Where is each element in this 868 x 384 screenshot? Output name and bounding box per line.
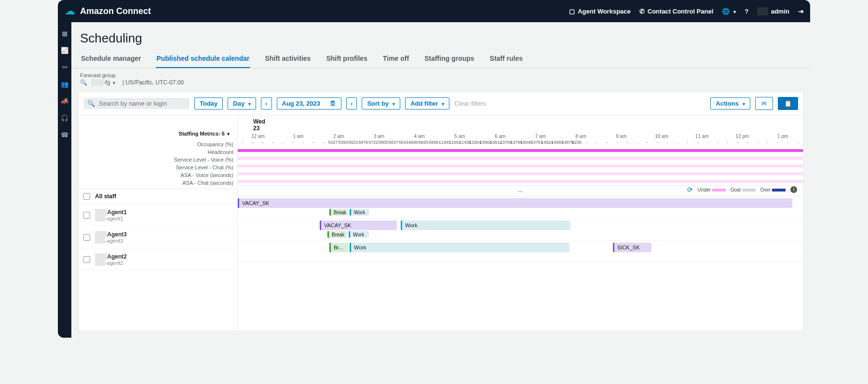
redacted — [95, 231, 107, 238]
schedule-block-work[interactable]: Work — [350, 209, 369, 216]
schedule-block-break[interactable]: Br... — [329, 243, 349, 252]
refresh-button[interactable]: ⟳ — [687, 186, 693, 193]
tab-published-schedule-calendar[interactable]: Published schedule calendar — [156, 50, 251, 68]
language-menu[interactable]: 🌐 — [722, 8, 736, 15]
hour-label: 8 am — [561, 134, 601, 139]
phone-icon: ✆ — [639, 8, 645, 15]
tab-shift-activities[interactable]: Shift activities — [264, 50, 312, 68]
metric-label: Headcount — [79, 148, 233, 156]
agent-login: -agent1 — [105, 216, 123, 221]
all-staff-checkbox[interactable] — [83, 193, 90, 200]
forecast-group-label: Forecast group — [80, 72, 116, 78]
schedule-block-sick[interactable]: SICK_SK — [613, 243, 651, 252]
schedule-block-work[interactable]: Work — [350, 243, 570, 252]
tab-bar: Schedule managerPublished schedule calen… — [71, 50, 810, 69]
timezone-label: | US/Pacific, UTC-07:00 — [122, 79, 184, 86]
add-filter-button[interactable]: Add filter — [405, 97, 449, 110]
next-day-button[interactable]: › — [346, 97, 357, 110]
tab-staff-rules[interactable]: Staff rules — [489, 50, 524, 68]
legend-over: Over — [760, 187, 771, 192]
agent-row[interactable]: Agent3 -agent3 — [79, 226, 237, 248]
phone-nav-icon[interactable]: ☎ — [61, 131, 68, 138]
tab-time-off[interactable]: Time off — [382, 50, 410, 68]
user-menu[interactable]: admin — [757, 7, 789, 15]
logout-button[interactable]: ⇥ — [798, 8, 803, 15]
date-picker[interactable]: Aug 23, 2023🗓 — [277, 97, 342, 110]
agent-login: -agent2 — [105, 260, 123, 266]
agent-row[interactable]: Agent1 -agent1 — [79, 204, 237, 226]
info-icon[interactable]: i — [790, 186, 797, 193]
hour-label: 9 am — [601, 134, 641, 139]
today-button[interactable]: Today — [194, 97, 223, 110]
schedule-block-break[interactable]: Break — [329, 209, 348, 216]
forecast-group-select[interactable]: -fg — [91, 79, 115, 86]
search-input-wrap[interactable]: 🔍 — [83, 98, 190, 109]
search-icon[interactable]: 🔍 — [80, 79, 87, 86]
top-bar: ☁ Amazon Connect ▢ Agent Workspace ✆ Con… — [58, 0, 810, 22]
dashboard-icon[interactable]: ▦ — [62, 30, 68, 37]
schedule-block-break[interactable]: Break — [327, 231, 347, 238]
metric-label: Occupancy (%) — [79, 140, 233, 148]
agent-checkbox[interactable] — [83, 234, 90, 241]
schedule-block-vac[interactable]: VACAY_SK — [238, 198, 792, 208]
redacted — [95, 216, 105, 221]
day-name: Wed — [253, 118, 265, 125]
staffing-metrics-toggle[interactable]: Staffing Metrics: 6 — [179, 131, 230, 137]
headset-icon[interactable]: 🎧 — [61, 114, 68, 122]
all-staff-label: All staff — [95, 193, 116, 200]
hour-label: 7 am — [520, 134, 561, 139]
agent-track: Br...WorkSICK_SK — [238, 241, 803, 263]
chevron-down-icon — [112, 79, 115, 86]
page-title: Scheduling — [71, 22, 810, 50]
analytics-icon[interactable]: 📈 — [61, 47, 68, 54]
help-button[interactable]: ? — [745, 8, 748, 15]
agent-workspace-link[interactable]: ▢ Agent Workspace — [569, 8, 631, 15]
globe-icon: 🌐 — [722, 8, 730, 15]
redacted — [95, 238, 105, 244]
day-number: 23 — [253, 125, 259, 132]
window-icon: ▢ — [569, 8, 575, 15]
brand-name: Amazon Connect — [80, 6, 151, 16]
tab-staffing-groups[interactable]: Staffing groups — [423, 50, 475, 68]
tab-shift-profiles[interactable]: Shift profiles — [325, 50, 368, 68]
prev-day-button[interactable]: ‹ — [261, 97, 271, 110]
hour-label: 1 pm — [762, 134, 803, 139]
tab-schedule-manager[interactable]: Schedule manager — [80, 50, 142, 68]
chevron-down-icon — [742, 100, 745, 107]
schedule-block-work[interactable]: Work — [401, 220, 570, 230]
metric-label: ASA - Voice (seconds) — [79, 171, 233, 179]
legend-under: Under — [698, 187, 711, 192]
chevron-down-icon — [441, 100, 444, 107]
contact-control-panel-link[interactable]: ✆ Contact Control Panel — [639, 8, 714, 15]
agent-row[interactable]: Agent2 -agent2 — [79, 248, 237, 271]
agent-checkbox[interactable] — [83, 256, 90, 263]
users-icon[interactable]: 👥 — [61, 81, 68, 88]
agent-login: -agent3 — [105, 238, 123, 244]
announce-icon[interactable]: 📣 — [61, 97, 68, 105]
collapse-metrics-toggle[interactable]: ︿ — [517, 187, 523, 194]
search-input[interactable] — [99, 100, 186, 107]
left-rail: ▦ 📈 ⚯ 👥 📣 🎧 ☎ — [58, 22, 71, 338]
chevron-down-icon — [247, 100, 251, 107]
sort-by-select[interactable]: Sort by — [362, 97, 400, 110]
clear-filters-link[interactable]: Clear filters — [454, 100, 486, 107]
routing-icon[interactable]: ⚯ — [62, 64, 68, 71]
search-icon: 🔍 — [87, 100, 95, 107]
hour-label: 10 am — [641, 134, 682, 139]
hour-label: 2 am — [318, 134, 359, 139]
period-select[interactable]: Day — [228, 97, 256, 110]
logout-icon: ⇥ — [798, 8, 803, 15]
redacted — [91, 79, 103, 86]
legend-goal: Goal — [731, 187, 741, 192]
schedule-block-vac[interactable]: VACAY_SK — [320, 220, 397, 230]
schedule-block-work[interactable]: Work — [349, 231, 369, 238]
envelope-button[interactable]: ✉ — [755, 97, 773, 110]
calendar-toolbar: 🔍 Today Day ‹ Aug 23, 2023🗓 › Sort by Ad… — [79, 92, 803, 115]
chevron-down-icon — [226, 131, 230, 137]
actions-menu[interactable]: Actions — [710, 97, 750, 110]
help-icon: ? — [745, 8, 748, 15]
hour-label: 12 am — [238, 134, 278, 139]
agent-checkbox[interactable] — [83, 212, 90, 219]
logo-icon: ☁ — [65, 5, 75, 17]
clipboard-button[interactable]: 📋 — [778, 97, 798, 110]
